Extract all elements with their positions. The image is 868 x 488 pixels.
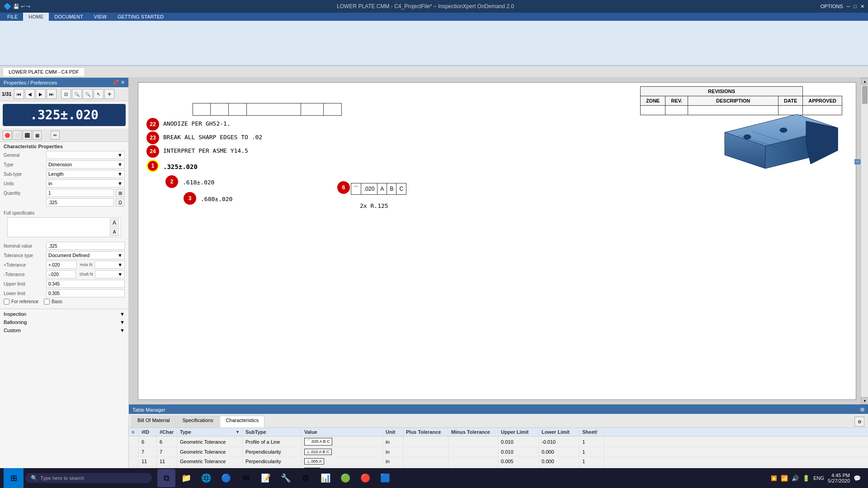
close-btn[interactable]: ✕ — [860, 4, 864, 9]
subtype-dropdown[interactable]: Length▼ — [46, 170, 125, 178]
crosshair-btn[interactable]: ✛ — [104, 89, 114, 99]
inspection-section[interactable]: Inspection ▼ — [0, 310, 128, 318]
last-page-btn[interactable]: ⏭ — [47, 89, 57, 99]
balloon-1[interactable]: 1 — [146, 160, 159, 172]
balloon-icon-4[interactable]: ▦ — [33, 131, 42, 140]
table-row[interactable]: 6 6 Geometric Tolerance Profile of a Lin… — [129, 436, 868, 447]
general-dropdown[interactable]: ▼ — [46, 151, 125, 159]
format-btn-1[interactable]: A — [110, 219, 119, 227]
redo-icon[interactable]: ↪ — [26, 4, 30, 9]
ballooning-section[interactable]: Ballooning ▼ — [0, 318, 128, 326]
right-panel-tab[interactable]: ⟩ — [854, 159, 861, 164]
tab-document[interactable]: DOCUMENT — [49, 13, 89, 21]
tab-specs[interactable]: Specifications — [177, 416, 219, 427]
zoom-fit-btn[interactable]: ⊡ — [61, 89, 71, 99]
minimize-btn[interactable]: ─ — [847, 4, 850, 9]
header-upper-limit[interactable]: Upper Limit — [498, 428, 539, 436]
inspection-label: Inspection — [4, 311, 26, 317]
quantity-btn[interactable]: ⊞ — [116, 189, 125, 197]
close-panel-icon[interactable]: ✕ — [121, 80, 125, 85]
tab-home[interactable]: HOME — [23, 13, 49, 21]
app11-btn[interactable]: 🔴 — [356, 469, 374, 487]
header-minus-tol[interactable]: Minus Tolerance — [448, 428, 498, 436]
tol-type-dropdown[interactable]: Document Defined▼ — [46, 251, 125, 259]
drawing-area[interactable]: ▲ ▼ ⟩ REVISIONS ZONE RE — [129, 78, 868, 404]
prev-page-btn[interactable]: ◀ — [25, 89, 35, 99]
first-page-btn[interactable]: ⏮ — [14, 89, 24, 99]
notification-icon[interactable]: 💬 — [854, 475, 861, 482]
header-value[interactable]: Value — [302, 428, 383, 436]
tab-view[interactable]: VIEW — [89, 13, 112, 21]
shaft-fit-dropdown[interactable]: ▼ — [95, 270, 125, 278]
cursor-btn[interactable]: ↖ — [94, 89, 104, 99]
word-btn[interactable]: 📝 — [257, 469, 275, 487]
header-plus-tol[interactable]: Plus Tolerance — [403, 428, 448, 436]
header-subtype[interactable]: SubType — [243, 428, 302, 436]
header-sheet[interactable]: Sheet/ — [580, 428, 604, 436]
balloon-icon-2[interactable]: ⬜ — [13, 131, 22, 140]
header-type[interactable]: Type ▼ — [177, 428, 243, 436]
undo-icon[interactable]: ↩ — [21, 4, 25, 9]
table-row[interactable]: 11 11 Geometric Tolerance Perpendiculari… — [129, 457, 868, 466]
zoom-in-btn[interactable]: 🔍 — [72, 89, 82, 99]
wifi-icon[interactable]: 📶 — [781, 475, 788, 482]
chrome-btn[interactable]: 🔵 — [217, 469, 235, 487]
maximize-btn[interactable]: □ — [854, 4, 857, 9]
scroll-track-v[interactable] — [861, 85, 868, 397]
save-icon[interactable]: 💾 — [13, 4, 19, 9]
app7-btn[interactable]: 🔧 — [277, 469, 295, 487]
format-btn-2[interactable]: A — [110, 228, 119, 236]
app8-btn[interactable]: ⚙ — [297, 469, 315, 487]
balloon-6[interactable]: 6 — [337, 181, 350, 194]
next-page-btn[interactable]: ▶ — [36, 89, 46, 99]
basic-checkbox[interactable] — [44, 299, 50, 305]
for-reference-checkbox[interactable] — [4, 299, 9, 305]
fcf-6: ⌒ .020 A B C — [351, 183, 406, 195]
browser-btn[interactable]: 🌐 — [197, 469, 215, 487]
header-lower-limit[interactable]: Lower Limit — [539, 428, 580, 436]
tab-file[interactable]: FILE — [2, 13, 23, 21]
header-id[interactable]: #ID — [139, 428, 157, 436]
zoom-out-btn[interactable]: 🔍 — [83, 89, 93, 99]
speaker-icon[interactable]: 🔊 — [792, 475, 799, 482]
hole-fit-dropdown[interactable]: ▼ — [94, 261, 125, 269]
battery-icon[interactable]: 🔋 — [802, 475, 810, 482]
tab-bom[interactable]: Bill Of Material — [132, 416, 176, 427]
omega-btn[interactable]: Ω — [116, 198, 125, 206]
windows-btn[interactable]: ⊞ — [4, 468, 24, 488]
scroll-down-btn[interactable]: ▼ — [861, 397, 868, 404]
balloon-icon-1[interactable]: 🔴 — [3, 131, 12, 140]
app12-btn[interactable]: 🟦 — [376, 469, 394, 487]
header-char[interactable]: #Char — [157, 428, 177, 436]
mail-btn[interactable]: ✉ — [237, 469, 255, 487]
tab-getting-started[interactable]: GETTING STARTED — [112, 13, 169, 21]
balloon-2[interactable]: 2 — [165, 175, 178, 188]
pin-icon[interactable]: 📌 — [113, 80, 119, 85]
balloon-23[interactable]: 23 — [146, 131, 159, 144]
table-expand-icon[interactable]: ⊞ — [860, 407, 864, 413]
app10-btn[interactable]: 🟢 — [336, 469, 354, 487]
balloon-24[interactable]: 24 — [146, 145, 159, 158]
excel-taskbar-btn[interactable]: 📊 — [316, 469, 335, 487]
type-dropdown[interactable]: Dimension▼ — [46, 160, 125, 169]
edit-icon[interactable]: ✏ — [51, 131, 60, 140]
balloon-icon-3[interactable]: ⬛ — [23, 131, 32, 140]
custom-section[interactable]: Custom ▼ — [0, 326, 128, 334]
custom-arrow: ▼ — [120, 328, 125, 333]
scroll-up-btn[interactable]: ▲ — [861, 78, 868, 85]
balloon-22[interactable]: 22 — [146, 118, 159, 131]
explorer-btn[interactable]: 📁 — [177, 469, 195, 487]
clock[interactable]: 4:45 PM 5/27/2020 — [828, 473, 850, 483]
tab-characteristics[interactable]: Characteristics — [220, 416, 264, 427]
doc-tab[interactable]: LOWER PLATE CMM - C4.PDF — [3, 67, 85, 76]
quick-access-toolbar: 💾 ↩ ↪ — [13, 4, 30, 9]
units-dropdown[interactable]: in▼ — [46, 179, 125, 188]
taskbar-search[interactable]: 🔍 Type here to search — [25, 473, 152, 483]
table-row[interactable]: 7 7 Geometric Tolerance Perpendicularity… — [129, 447, 868, 457]
header-unit[interactable]: Unit — [383, 428, 403, 436]
table-settings-btn[interactable]: ⚙ — [854, 417, 864, 427]
taskview-btn[interactable]: ⧉ — [157, 469, 175, 487]
full-spec-area[interactable]: A A — [7, 217, 121, 237]
balloon-3[interactable]: 3 — [184, 192, 196, 205]
value-field[interactable]: .325 — [46, 198, 114, 206]
